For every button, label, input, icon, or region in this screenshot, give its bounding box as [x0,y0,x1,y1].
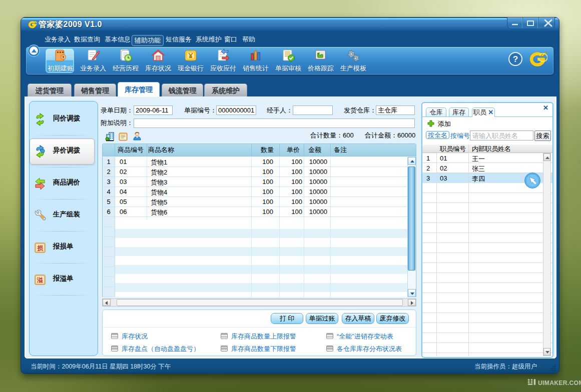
svg-text:溢: 溢 [37,276,43,284]
svg-text:?: ? [513,54,518,64]
svg-text:损: 损 [37,244,44,252]
